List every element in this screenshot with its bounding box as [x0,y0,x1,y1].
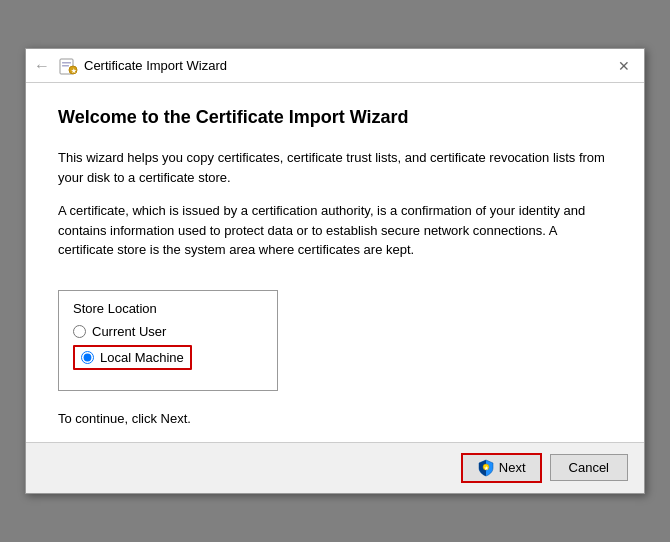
local-machine-label[interactable]: Local Machine [100,350,184,365]
next-button[interactable]: ★ Next [461,453,542,483]
wizard-icon: ★ [58,56,78,76]
current-user-label[interactable]: Current User [92,324,166,339]
local-machine-highlight-box: Local Machine [73,345,192,370]
wizard-content: Welcome to the Certificate Import Wizard… [26,83,644,442]
local-machine-row: Local Machine [73,345,263,370]
current-user-radio[interactable] [73,325,86,338]
continue-text: To continue, click Next. [58,411,612,426]
description-2: A certificate, which is issued by a cert… [58,201,612,260]
next-label: Next [499,460,526,475]
page-title: Welcome to the Certificate Import Wizard [58,107,612,128]
store-location-group: Store Location Current User Local Machin… [58,290,278,391]
footer: ★ Next Cancel [26,442,644,493]
cancel-button[interactable]: Cancel [550,454,628,481]
shield-icon: ★ [477,459,495,477]
svg-rect-1 [62,62,71,64]
window-title: Certificate Import Wizard [84,58,612,73]
title-bar: ← ★ Certificate Import Wizard ✕ [26,49,644,83]
close-button[interactable]: ✕ [612,57,636,75]
store-location-label: Store Location [73,301,263,316]
svg-rect-2 [62,65,69,67]
description-1: This wizard helps you copy certificates,… [58,148,612,187]
local-machine-radio[interactable] [81,351,94,364]
certificate-import-wizard-window: ← ★ Certificate Import Wizard ✕ Welcome … [25,48,645,494]
current-user-row: Current User [73,324,263,339]
back-button[interactable]: ← [34,57,50,75]
